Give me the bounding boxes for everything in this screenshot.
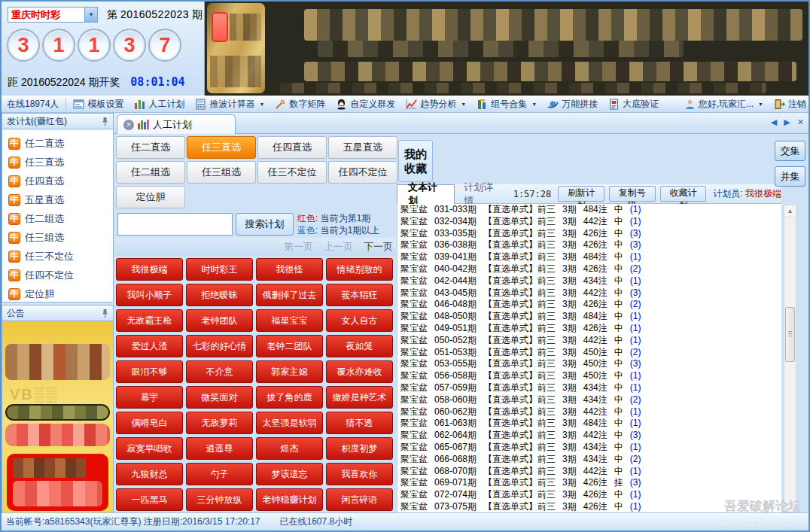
plan-result-row[interactable]: 聚宝盆073-075期【直选单式】前三3期426注中(1) (397, 501, 781, 512)
play-type-button[interactable]: 任二组选 (116, 161, 185, 184)
wave-calculator-button[interactable]: 推波计算器 ▼ (190, 96, 269, 112)
scroll-up-icon[interactable]: ▲ (784, 205, 796, 217)
planner-button[interactable]: 勺子 (186, 463, 253, 485)
logout-button[interactable]: 注销 (769, 98, 810, 111)
planner-button[interactable]: 俄删掉了过去 (256, 284, 323, 306)
plan-result-row[interactable]: 聚宝盆048-050期【直选单式】前三3期484注中(1) (397, 311, 781, 323)
plan-result-row[interactable]: 聚宝盆056-058期【直选单式】前三3期450注中(1) (397, 370, 781, 382)
tab-text-plan[interactable]: 文本计划 (397, 184, 455, 204)
planner-button[interactable]: 一匹黑马 (116, 488, 183, 511)
plan-result-row[interactable]: 聚宝盆066-068期【直选单式】前三3期434注中(2) (397, 454, 781, 466)
planner-button[interactable]: 七彩的好心情 (186, 335, 253, 357)
plan-result-row[interactable]: 聚宝盆039-041期【直选单式】前三3期484注中(1) (397, 251, 781, 263)
plan-result-row[interactable]: 聚宝盆042-044期【直选单式】前三3期434注中(1) (397, 275, 781, 287)
favorite-plan-button[interactable]: 收藏计划 (660, 186, 707, 202)
first-page-link[interactable]: 第一页 (284, 240, 313, 254)
intersection-button[interactable]: 交集 (775, 141, 805, 161)
planner-button[interactable]: 老钟二团队 (256, 335, 323, 357)
sidebar-plan-item[interactable]: 牛 任三组选 (8, 228, 113, 247)
tab-manual-plan[interactable]: × 人工计划 (117, 114, 236, 134)
next-page-link[interactable]: 下一页 (364, 240, 393, 254)
refresh-plan-button[interactable]: 刷新计划 (558, 186, 604, 202)
planner-button[interactable]: 时时彩王 (186, 258, 253, 281)
plan-result-row[interactable]: 聚宝盆050-052期【直选单式】前三3期442注中(1) (397, 335, 781, 347)
sidebar-plan-item[interactable]: 牛 任四直选 (8, 172, 113, 190)
play-type-button[interactable]: 任二直选 (116, 136, 185, 159)
play-type-button[interactable]: 定位胆 (116, 186, 185, 208)
search-plan-button[interactable]: 搜索计划 (236, 213, 294, 236)
planner-button[interactable]: 我很怪 (256, 258, 323, 281)
manual-plan-button[interactable]: 人工计划 (129, 96, 190, 112)
base-verify-button[interactable]: 大底验证 (603, 96, 664, 112)
chevron-down-icon[interactable]: ▼ (531, 102, 537, 107)
close-icon[interactable]: × (123, 120, 134, 130)
planner-button[interactable]: 无敌霸王枪 (116, 309, 183, 332)
chevron-down-icon[interactable]: ▼ (84, 8, 97, 22)
plan-result-row[interactable]: 聚宝盆069-071期【直选单式】前三3期426注挂(3) (397, 477, 781, 489)
planner-button[interactable]: 郭家主媳 (256, 360, 323, 383)
chevron-down-icon[interactable]: ▼ (259, 102, 264, 107)
plan-result-row[interactable]: 聚宝盆068-070期【直选单式】前三3期442注中(1) (397, 466, 781, 478)
planner-button[interactable]: 无敌萝莉 (186, 412, 253, 434)
play-type-button[interactable]: 任三不定位 (257, 161, 327, 184)
planner-button[interactable]: 枳度初梦 (326, 437, 393, 460)
pin-icon[interactable] (102, 309, 108, 318)
plan-result-row[interactable]: 聚宝盆036-038期【直选单式】前三3期426注中(3) (397, 239, 781, 251)
vertical-scrollbar[interactable]: ▲ (784, 205, 796, 512)
planner-button[interactable]: 情绪别致的 (326, 258, 393, 281)
planner-button[interactable]: 猜不透 (326, 412, 393, 434)
planner-button[interactable]: 爱过人渣 (116, 335, 183, 357)
sidebar-plan-item[interactable]: 牛 任四不定位 (8, 266, 113, 284)
planner-button[interactable]: 三分钟放纵 (186, 488, 253, 511)
sidebar-plan-item[interactable]: 牛 任三不定位 (8, 247, 113, 266)
plan-result-row[interactable]: 聚宝盆072-074期【直选单式】前三3期426注中(1) (397, 489, 781, 501)
plan-result-row[interactable]: 聚宝盆058-060期【直选单式】前三3期434注中(2) (397, 394, 781, 406)
number-matrix-button[interactable]: 数字矩阵 (269, 96, 330, 112)
planner-button[interactable]: 拒绝暧昧 (186, 284, 253, 306)
union-button[interactable]: 并集 (775, 166, 805, 187)
plan-result-row[interactable]: 聚宝盆031-033期【直选单式】前三3期484注中(1) (397, 204, 781, 216)
planner-button[interactable]: 老钟团队 (186, 309, 253, 332)
copy-numbers-button[interactable]: 复制号码 (609, 186, 656, 202)
sidebar-plan-item[interactable]: 牛 五星直选 (8, 190, 113, 209)
plan-result-row[interactable]: 聚宝盆057-059期【直选单式】前三3期434注中(1) (397, 382, 781, 394)
planner-button[interactable]: 煜杰 (256, 437, 323, 460)
planner-button[interactable]: 我喜欢你 (326, 463, 393, 485)
user-greeting[interactable]: 您好,玩家汇... ▼ (679, 98, 769, 111)
planner-button[interactable]: 九狼财总 (116, 463, 183, 485)
plan-result-row[interactable]: 聚宝盆065-067期【直选单式】前三3期434注中(1) (397, 442, 781, 454)
plan-result-row[interactable]: 聚宝盆043-045期【直选单式】前三3期442注中(3) (397, 287, 781, 299)
tab-scroll-left-icon[interactable]: ◀ (771, 117, 777, 127)
custom-group-send-button[interactable]: 自定义群发 (330, 96, 400, 112)
notice-image[interactable]: VB▒▒ (2, 321, 114, 515)
planner-button[interactable]: 夜如笼 (326, 335, 393, 357)
plan-result-row[interactable]: 聚宝盆060-062期【直选单式】前三3期442注中(1) (397, 406, 781, 418)
plan-result-row[interactable]: 聚宝盆032-034期【直选单式】前三3期442注中(1) (397, 216, 781, 228)
plan-result-row[interactable]: 聚宝盆051-053期【直选单式】前三3期450注中(2) (397, 347, 781, 359)
play-type-button[interactable]: 任四直选 (257, 136, 327, 159)
prev-page-link[interactable]: 上一页 (324, 240, 353, 254)
play-type-button[interactable]: 任三直选 (187, 136, 256, 159)
planner-button[interactable]: 寂寞早唱歌 (116, 437, 183, 460)
planner-button[interactable]: 梦该遗忘 (256, 463, 323, 485)
sidebar-plan-item[interactable]: 牛 定位胆 (8, 284, 113, 303)
plan-result-row[interactable]: 聚宝盆033-035期【直选单式】前三3期426注中(3) (397, 228, 781, 240)
sidebar-plan-item[interactable]: 牛 任二组选 (8, 209, 113, 228)
pin-icon[interactable] (102, 117, 108, 126)
planner-button[interactable]: 微笑面对 (186, 386, 253, 409)
plan-result-row[interactable]: 聚宝盆040-042期【直选单式】前三3期426注中(2) (397, 263, 781, 275)
planner-button[interactable]: 闲言碎语 (326, 488, 393, 511)
planner-button[interactable]: 太坚强是软弱 (256, 412, 323, 434)
play-type-button[interactable]: 任四不定位 (328, 161, 397, 184)
chevron-down-icon[interactable]: ▼ (758, 102, 763, 107)
planner-button[interactable]: 我很极端 (116, 258, 183, 281)
universal-splice-button[interactable]: 万能拼接 (542, 96, 603, 112)
lottery-select[interactable]: 重庆时时彩 ▼ (8, 7, 98, 23)
play-type-button[interactable]: 任三组选 (187, 161, 256, 184)
plan-result-row[interactable]: 聚宝盆053-055期【直选单式】前三3期450注中(3) (397, 358, 781, 370)
planner-button[interactable]: 拔了角的鹿 (256, 386, 323, 409)
tab-close-all-icon[interactable]: ✕ (797, 117, 804, 127)
group-collection-button[interactable]: 组号合集 ▼ (471, 96, 542, 112)
plan-result-row[interactable]: 聚宝盆062-064期【直选单式】前三3期442注中(3) (397, 430, 781, 442)
planner-button[interactable]: 逍遥尊 (186, 437, 253, 460)
